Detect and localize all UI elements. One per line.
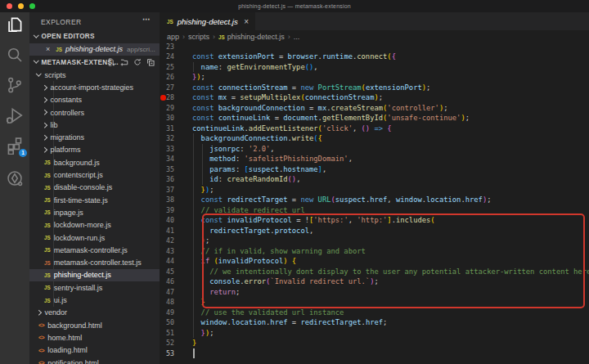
search-icon[interactable] (6, 46, 24, 64)
code-line-41[interactable]: 41 redirectTarget.protocol, (160, 226, 589, 236)
gutter[interactable]: 46 (160, 276, 192, 287)
close-tab-icon[interactable]: × (244, 17, 249, 26)
gutter[interactable]: 51 (160, 328, 192, 339)
code-line-35[interactable]: 35 params: [suspect.hostname], (160, 164, 589, 175)
tab-phishing-detect[interactable]: JS phishing-detect.js × (160, 12, 255, 30)
code-line-43[interactable]: 43 // if in valid, show warning and abor… (160, 246, 589, 257)
tree-item-lockdown-run-js[interactable]: JSlockdown-run.js (29, 231, 160, 244)
extensions-icon[interactable]: 1 (6, 137, 24, 155)
code-line-23[interactable]: 23 (160, 43, 589, 52)
gutter[interactable]: 31 (160, 124, 192, 134)
code-line-47[interactable]: 47 return; (160, 287, 589, 298)
source-control-icon[interactable] (6, 76, 24, 94)
code-line-40[interactable]: 40 const invalidProtocol = !['https:', '… (160, 215, 589, 226)
code-line-25[interactable]: 25 name: getEnvironmentType(), (160, 62, 589, 73)
gutter[interactable]: 25 (160, 62, 192, 73)
gutter[interactable]: 39 (160, 205, 192, 216)
breadcrumb-item[interactable]: app (167, 33, 179, 41)
code-line-52[interactable]: 52} (160, 338, 589, 348)
tree-item-disable-console-js[interactable]: JSdisable-console.js (29, 182, 160, 194)
tree-item-metamask-controller-js[interactable]: JSmetamask-controller.js (29, 244, 160, 256)
gutter[interactable]: 48 (160, 297, 192, 308)
code-line-27[interactable]: 27const connectionStream = new PortStrea… (160, 83, 589, 93)
code-line-28[interactable]: 28const mx = setupMultiplex(connectionSt… (160, 92, 589, 103)
run-debug-icon[interactable] (6, 106, 24, 124)
open-editors-header[interactable]: OPEN EDITORS (29, 30, 160, 43)
gutter[interactable]: 38 (160, 195, 192, 205)
gutter[interactable]: 43 (160, 246, 192, 257)
code-line-32[interactable]: 32 backgroundConnection.write({ (160, 133, 589, 144)
code-line-44[interactable]: 44 if (invalidProtocol) { (160, 256, 589, 267)
tree-item-inpage-js[interactable]: JSinpage.js (29, 206, 160, 218)
minimize-window-button[interactable] (18, 3, 24, 9)
code-line-51[interactable]: 51 }); (160, 328, 589, 339)
tree-item-home-html[interactable]: <>home.html (29, 331, 160, 344)
code-line-26[interactable]: 26}); (160, 72, 589, 83)
gutter[interactable]: 47 (160, 287, 192, 298)
code-line-48[interactable]: 48 } (160, 297, 589, 308)
gutter[interactable]: 44 (160, 256, 192, 267)
code-line-37[interactable]: 37 }); (160, 185, 589, 195)
gutter[interactable]: 52 (160, 338, 192, 348)
code-line-46[interactable]: 46 console.error(`Invalid redirect url.`… (160, 276, 589, 287)
tree-item-metamask-controller-test-js[interactable]: JSmetamask-controller.test.js (29, 257, 160, 269)
code-line-50[interactable]: 50 window.location.href = redirectTarget… (160, 317, 589, 328)
tree-item-lib[interactable]: lib (29, 119, 160, 131)
code-line-36[interactable]: 36 id: createRandomId(), (160, 174, 589, 185)
tree-item-loading-html[interactable]: <>loading.html (29, 344, 160, 357)
gutter[interactable]: 26 (160, 72, 192, 83)
code-line-53[interactable]: 53 (160, 348, 589, 359)
collapse-all-icon[interactable] (146, 58, 155, 66)
tree-item-constants[interactable]: constants (29, 94, 160, 106)
ethereum-extension-icon[interactable] (6, 169, 24, 187)
gutter[interactable]: 41 (160, 226, 192, 236)
code-editor[interactable]: 2324const extensionPort = browser.runtim… (160, 43, 589, 364)
close-window-button[interactable] (7, 3, 12, 9)
gutter[interactable]: 45 (160, 267, 192, 277)
gutter[interactable]: 28 (160, 92, 192, 103)
code-line-39[interactable]: 39 // validate redirect url (160, 205, 589, 216)
more-actions-icon[interactable]: ⋯ (142, 15, 151, 24)
new-folder-icon[interactable] (120, 58, 128, 66)
code-line-45[interactable]: 45 // we intentionally dont display to t… (160, 267, 589, 277)
tree-item-sentry-install-js[interactable]: JSsentry-install.js (29, 281, 160, 294)
tree-item-first-time-state-js[interactable]: JSfirst-time-state.js (29, 194, 160, 206)
gutter[interactable]: 49 (160, 308, 192, 318)
code-line-33[interactable]: 33 jsonrpc: '2.0', (160, 144, 589, 155)
tree-item-platforms[interactable]: platforms (29, 144, 160, 156)
open-editor-item[interactable]: × JS phishing-detect.js app/scri... (29, 43, 160, 56)
tree-item-background-js[interactable]: JSbackground.js (29, 156, 160, 169)
tree-item-notification-html[interactable]: <>notification.html (29, 357, 160, 364)
tree-item-background-html[interactable]: <>background.html (29, 319, 160, 331)
gutter[interactable]: 23 (160, 43, 192, 52)
gutter[interactable]: 37 (160, 185, 192, 195)
code-line-42[interactable]: 42 ); (160, 236, 589, 246)
code-line-49[interactable]: 49 // use the validated url instance (160, 308, 589, 318)
tree-item-controllers[interactable]: controllers (29, 106, 160, 119)
gutter[interactable]: 24 (160, 52, 192, 62)
workspace-section-header[interactable]: METAMASK-EXTENS... (29, 56, 160, 69)
tree-item-vendor[interactable]: vendor (29, 307, 160, 319)
tree-item-phishing-detect-js[interactable]: JSphishing-detect.js (29, 269, 160, 281)
gutter[interactable]: 42 (160, 236, 192, 246)
gutter[interactable]: 53 (160, 348, 192, 359)
tree-item-account-import-strategies[interactable]: account-import-strategies (29, 81, 160, 93)
tree-item-scripts[interactable]: scripts (29, 69, 160, 81)
explorer-icon[interactable] (6, 16, 24, 34)
gutter[interactable]: 35 (160, 164, 192, 175)
code-line-24[interactable]: 24const extensionPort = browser.runtime.… (160, 52, 589, 62)
tree-item-lockdown-more-js[interactable]: JSlockdown-more.js (29, 219, 160, 231)
gutter[interactable]: 33 (160, 144, 192, 155)
gutter[interactable]: 32 (160, 133, 192, 144)
refresh-icon[interactable] (133, 58, 142, 66)
gutter[interactable]: 36 (160, 174, 192, 185)
gutter[interactable]: 27 (160, 83, 192, 93)
close-editor-icon[interactable]: × (46, 45, 50, 53)
breadcrumb-item[interactable]: scripts (188, 33, 209, 41)
code-line-34[interactable]: 34 method: 'safelistPhishingDomain', (160, 154, 589, 164)
code-line-30[interactable]: 30const continueLink = document.getEleme… (160, 113, 589, 124)
tree-item-contentscript-js[interactable]: JScontentscript.js (29, 169, 160, 181)
breadcrumb-item[interactable]: phishing-detect.js (227, 33, 285, 41)
gutter[interactable]: 34 (160, 154, 192, 164)
gutter[interactable]: 29 (160, 103, 192, 114)
